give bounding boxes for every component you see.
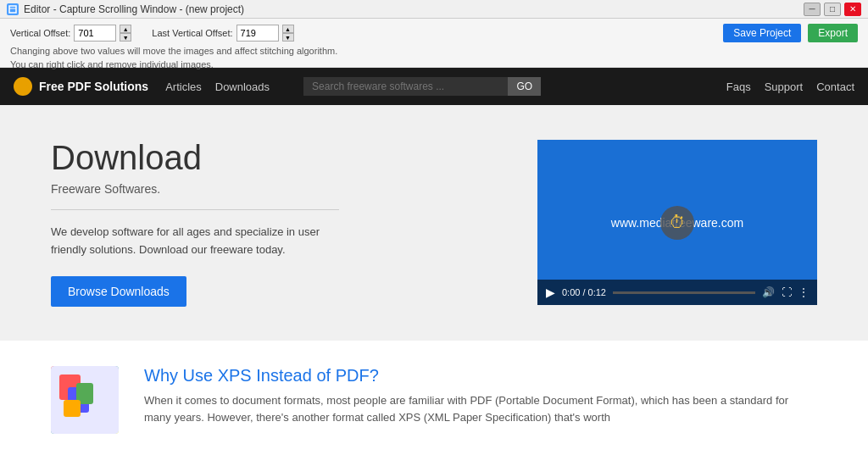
title-bar: Editor - Capture Scrolling Window - (new…	[0, 0, 868, 19]
web-content: Free PDF Solutions Articles Downloads GO…	[0, 68, 868, 466]
nav-link-downloads[interactable]: Downloads	[215, 80, 270, 93]
vertical-offset-spinner[interactable]: ▲ ▼	[120, 25, 131, 42]
last-vertical-offset-label: Last Vertical Offset:	[152, 28, 232, 38]
clock-symbol: ⏱	[660, 206, 694, 240]
nav-link-articles[interactable]: Articles	[165, 80, 202, 93]
toolbar-info-line1: Changing above two values will move the …	[10, 46, 858, 56]
svg-rect-8	[64, 400, 81, 417]
search-input[interactable]	[303, 77, 508, 96]
hero-video: www.mediafreeware.com ⏱ ▶ 0:00 / 0:12 🔊 …	[537, 140, 817, 305]
article-body: When it comes to document formats, most …	[144, 392, 817, 428]
video-play-button[interactable]: ▶	[546, 286, 555, 299]
video-volume-button[interactable]: 🔊	[762, 286, 775, 298]
hero-subtitle: Freeware Softwares.	[51, 182, 339, 210]
nav-right-links: Faqs Support Contact	[726, 80, 854, 93]
last-spinner-up[interactable]: ▲	[282, 25, 294, 33]
last-vertical-offset-spinner[interactable]: ▲ ▼	[282, 25, 294, 42]
video-progress-bar[interactable]	[613, 291, 755, 294]
hero-section: Download Freeware Softwares. We develop …	[0, 105, 868, 341]
video-clock-icon: ⏱	[660, 206, 694, 240]
title-bar-left: Editor - Capture Scrolling Window - (new…	[7, 3, 244, 15]
toolbar-buttons: Save Project Export	[723, 24, 858, 42]
nav-bar: Free PDF Solutions Articles Downloads GO…	[0, 68, 868, 105]
nav-link-contact[interactable]: Contact	[816, 80, 854, 93]
title-text: Editor - Capture Scrolling Window - (new…	[24, 3, 244, 15]
toolbar: Vertical Offset: ▲ ▼ Last Vertical Offse…	[0, 19, 868, 68]
article-title[interactable]: Why Use XPS Instead of PDF?	[144, 366, 817, 386]
nav-link-support[interactable]: Support	[765, 80, 804, 93]
logo-icon	[14, 77, 32, 96]
last-spinner-down[interactable]: ▼	[282, 33, 294, 42]
spinner-down[interactable]: ▼	[120, 33, 131, 42]
minimize-button[interactable]: ─	[804, 3, 821, 16]
last-vertical-offset-group: Last Vertical Offset: ▲ ▼	[152, 25, 293, 42]
article-thumbnail	[51, 366, 119, 434]
svg-rect-0	[9, 6, 16, 13]
vertical-offset-group: Vertical Offset: ▲ ▼	[10, 25, 131, 42]
nav-logo[interactable]: Free PDF Solutions	[14, 77, 148, 96]
export-button[interactable]: Export	[808, 24, 858, 42]
close-button[interactable]: ✕	[844, 3, 861, 16]
hero-title: Download	[51, 139, 339, 177]
window-controls[interactable]: ─ □ ✕	[804, 3, 861, 16]
svg-marker-3	[21, 83, 25, 87]
article-content: Why Use XPS Instead of PDF? When it come…	[144, 366, 817, 434]
vertical-offset-label: Vertical Offset:	[10, 28, 70, 38]
toolbar-row: Vertical Offset: ▲ ▼ Last Vertical Offse…	[10, 24, 858, 42]
video-time: 0:00 / 0:12	[562, 287, 606, 297]
restore-button[interactable]: □	[824, 3, 841, 16]
search-button[interactable]: GO	[508, 77, 541, 96]
nav-link-faqs[interactable]: Faqs	[726, 80, 751, 93]
nav-links: Articles Downloads	[165, 80, 270, 93]
below-hero-section: Why Use XPS Instead of PDF? When it come…	[0, 341, 868, 459]
last-vertical-offset-input[interactable]	[236, 25, 279, 42]
vertical-offset-input[interactable]	[74, 25, 116, 42]
video-controls-bar[interactable]: ▶ 0:00 / 0:12 🔊 ⛶ ⋮	[537, 280, 817, 305]
toolbar-info-line2: You can right click and remove individua…	[10, 59, 858, 69]
hero-left: Download Freeware Softwares. We develop …	[51, 139, 339, 307]
app-icon	[7, 3, 19, 15]
spinner-up[interactable]: ▲	[120, 25, 131, 33]
nav-brand-name: Free PDF Solutions	[39, 80, 148, 93]
browse-downloads-button[interactable]: Browse Downloads	[51, 276, 186, 307]
nav-search: GO	[303, 77, 541, 96]
save-project-button[interactable]: Save Project	[723, 24, 801, 42]
video-more-button[interactable]: ⋮	[798, 286, 809, 298]
hero-description: We develop software for all ages and spe…	[51, 224, 339, 259]
video-fullscreen-button[interactable]: ⛶	[782, 286, 792, 298]
